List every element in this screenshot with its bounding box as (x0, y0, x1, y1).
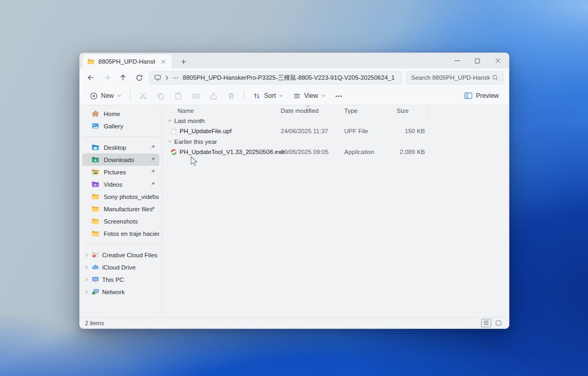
column-header-size[interactable]: Size (397, 108, 408, 114)
refresh-button[interactable] (131, 70, 147, 86)
back-button[interactable] (83, 70, 99, 86)
window-controls (447, 53, 508, 68)
chevron-down-icon[interactable] (167, 140, 172, 143)
preview-button[interactable]: Preview (459, 88, 504, 103)
chevron-down-icon[interactable] (167, 119, 172, 122)
close-button[interactable] (488, 53, 508, 68)
sidebar-item-desktop[interactable]: Desktop (82, 141, 159, 154)
chevron-down-icon (321, 94, 326, 98)
sidebar-item-label: Gallery (104, 123, 159, 129)
sidebar-item-screenshots[interactable]: Screenshots (82, 215, 159, 227)
copy-button[interactable] (152, 88, 169, 103)
folder-desktop-icon (91, 143, 99, 151)
ellipsis-icon: ⋯ (335, 91, 343, 100)
gallery-icon (91, 122, 99, 130)
pin-icon (150, 144, 156, 150)
column-header-date-modified[interactable]: Date modified (281, 108, 319, 114)
more-options-button[interactable]: ⋯ (330, 88, 348, 103)
file-name: PH_UpdateFile.upf (180, 128, 231, 134)
group-header-last-month[interactable]: Last month (163, 116, 509, 126)
view-button[interactable]: View (288, 88, 330, 103)
chevron-right-icon[interactable] (84, 290, 89, 294)
forward-button[interactable] (99, 70, 115, 86)
chevron-right-icon[interactable] (84, 253, 89, 257)
paste-button[interactable] (169, 88, 187, 103)
search-input[interactable] (411, 74, 490, 81)
sidebar-item-icloud-drive[interactable]: iCloud Drive (82, 261, 159, 273)
chevron-right-icon (165, 75, 169, 80)
icloud-icon (91, 263, 99, 271)
preview-button-label: Preview (476, 92, 499, 99)
sidebar-item-gallery[interactable]: Gallery (82, 120, 159, 132)
file-type: Application (344, 149, 374, 155)
up-button[interactable] (115, 70, 131, 86)
chevron-down-icon (279, 94, 283, 98)
chevron-right-icon[interactable] (84, 278, 89, 282)
sidebar-item-videos[interactable]: Videos (82, 178, 159, 190)
folder-icon (91, 205, 99, 213)
upf-file-icon (170, 127, 177, 135)
sidebar-divider (84, 136, 158, 137)
sidebar-item-downloads[interactable]: Downloads (82, 154, 159, 166)
sidebar-item-creative-cloud-files[interactable]: Creative Cloud Files (82, 249, 159, 261)
breadcrumb[interactable]: ⋯ 8805PH_UPD-HanskerPro-P3325-三模鼠-8805-V… (149, 71, 402, 85)
chevron-down-icon (117, 94, 121, 98)
column-header-name[interactable]: Name (177, 108, 194, 114)
column-header-type[interactable]: Type (344, 108, 358, 114)
plus-circle-icon (90, 92, 98, 100)
pin-icon (150, 181, 156, 187)
toolbar-separator (244, 90, 244, 101)
file-date: 24/06/2025 11:37 (281, 128, 328, 134)
file-row-ph-updatefile[interactable]: PH_UpdateFile.upf 24/06/2025 11:37 UPF F… (163, 126, 509, 137)
sidebar-item-pictures[interactable]: Pictures (82, 166, 159, 178)
command-toolbar: New Sort (80, 87, 509, 105)
new-button[interactable]: New (85, 88, 126, 103)
search-box (406, 71, 504, 85)
tab-close-icon[interactable] (159, 57, 167, 66)
home-icon (91, 110, 99, 118)
folder-videos-icon (91, 180, 99, 188)
maximize-button[interactable] (467, 53, 488, 68)
sidebar-item-this-pc[interactable]: This PC (82, 273, 159, 286)
cut-button[interactable] (134, 88, 152, 103)
folder-icon (91, 229, 99, 237)
file-date: 09/05/2025 09:05 (281, 149, 329, 155)
sidebar-item-sony-photos-videos[interactable]: Sony photos_videos (82, 190, 159, 203)
folder-downloads-icon (91, 156, 99, 164)
file-size: 150 KB (376, 128, 425, 134)
file-explorer-window: 8805PH_UPD-HanskerPro-P (79, 52, 509, 329)
sidebar-item-home[interactable]: Home (82, 108, 159, 120)
sidebar-item-label: Screenshots (104, 218, 159, 225)
sidebar-item-label: Creative Cloud Files (102, 252, 159, 258)
view-list-icon (293, 92, 301, 100)
file-type: UPF File (344, 128, 368, 134)
address-path[interactable]: 8805PH_UPD-HanskerPro-P3325-三模鼠-8805-V22… (183, 74, 394, 82)
rename-button[interactable] (187, 88, 205, 103)
new-tab-button[interactable] (177, 55, 190, 68)
minimize-button[interactable] (447, 53, 467, 68)
details-view-toggle[interactable] (481, 319, 491, 327)
explorer-tab[interactable]: 8805PH_UPD-HanskerPro-P (83, 55, 172, 68)
creative-cloud-icon (91, 251, 99, 259)
sidebar-item-label: Network (102, 289, 159, 295)
share-button[interactable] (205, 88, 222, 103)
sidebar-item-manufacturer-files[interactable]: Manufacturer files (82, 203, 159, 215)
group-header-earlier-this-year[interactable]: Earlier this year (163, 137, 509, 147)
sort-button[interactable]: Sort (248, 88, 288, 103)
column-headers: Name Date modified Type Size (163, 105, 509, 116)
sort-icon (253, 92, 261, 100)
sidebar-item-network[interactable]: Network (82, 286, 159, 298)
sidebar-item-fotos-en-traje[interactable]: Fotos en traje haciendo el idi (82, 227, 159, 240)
sidebar-item-label: Home (104, 111, 159, 117)
breadcrumb-overflow-icon[interactable]: ⋯ (173, 74, 179, 81)
file-row-ph-updatetool[interactable]: PH_UpdateTool_V1.33_20250508.exe 09/05/2… (163, 147, 509, 158)
address-bar: ⋯ 8805PH_UPD-HanskerPro-P3325-三模鼠-8805-V… (80, 68, 509, 87)
exe-file-icon (170, 148, 177, 156)
large-icons-view-toggle[interactable] (493, 319, 504, 327)
toolbar-separator (130, 90, 130, 101)
folder-pictures-icon (91, 168, 99, 176)
file-list-pane: Name Date modified Type Size Last month … (163, 105, 509, 317)
folder-icon (87, 58, 95, 65)
chevron-right-icon[interactable] (84, 265, 89, 270)
delete-button[interactable] (222, 88, 240, 103)
